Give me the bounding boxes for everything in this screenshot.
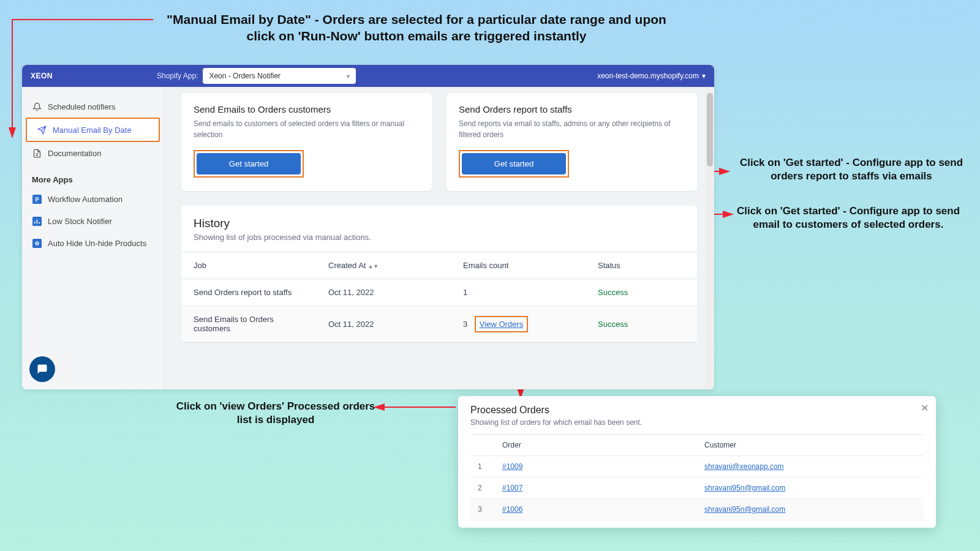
table-row: 2 #1007 shravani95n@gmail.com (470, 478, 924, 499)
highlight-box: Get started (194, 150, 304, 178)
history-title: History (194, 217, 685, 230)
workflow-icon (32, 194, 42, 204)
table-row: 1 #1009 shravani@xeonapp.com (470, 456, 924, 478)
store-switcher[interactable]: xeon-test-demo.myshopify.com ▾ (597, 72, 706, 80)
sidebar-item-label: Manual Email By Date (53, 126, 132, 135)
chevron-down-icon: ▾ (702, 72, 706, 80)
cell-created: Oct 11, 2022 (316, 306, 451, 342)
modal-title: Processed Orders (470, 405, 924, 416)
col-index (470, 435, 495, 456)
chat-widget[interactable] (29, 356, 55, 382)
app-picker[interactable]: Xeon - Orders Notifier ▾ (203, 68, 356, 84)
col-order: Order (495, 435, 697, 456)
cell-job: Send Emails to Orders customers (181, 306, 316, 342)
col-created[interactable]: Created At▲▼ (316, 252, 451, 279)
cell-created: Oct 11, 2022 (316, 279, 451, 306)
card-send-report-staffs: Send Orders report to staffs Send report… (447, 93, 697, 191)
eye-icon (32, 238, 42, 248)
sidebar-item-label: Documentation (48, 149, 101, 158)
sidebar-section-more: More Apps (22, 164, 164, 188)
cell-status: Success (586, 279, 697, 306)
cell-index: 2 (470, 478, 495, 499)
sidebar: Scheduled notifiers Manual Email By Date… (22, 87, 164, 389)
sidebar-item-label: Auto Hide Un-hide Products (48, 239, 146, 248)
chevron-down-icon: ▾ (347, 73, 350, 80)
send-icon (37, 125, 47, 135)
app-picker-label: Shopify App: (157, 72, 198, 80)
app-picker-value: Xeon - Orders Notifier (209, 72, 281, 80)
card-send-emails-customers: Send Emails to Orders customers Send ema… (181, 93, 432, 191)
table-row: Send Orders report to staffs Oct 11, 202… (181, 279, 697, 306)
brand: XEON (31, 72, 53, 80)
sidebar-item-label: Scheduled notifiers (48, 102, 116, 111)
annotation-top: "Manual Email by Date" - Orders are sele… (159, 11, 674, 45)
cell-status: Success (586, 306, 697, 342)
bell-icon (32, 102, 42, 111)
app-window: XEON Shopify App: Xeon - Orders Notifier… (22, 65, 714, 389)
cell-count: 3 View Orders (451, 306, 586, 342)
sidebar-item-autohide[interactable]: Auto Hide Un-hide Products (22, 232, 164, 254)
table-row: Send Emails to Orders customers Oct 11, … (181, 306, 697, 342)
card-title: Send Orders report to staffs (459, 104, 685, 114)
get-started-button-customers[interactable]: Get started (197, 153, 301, 174)
topbar: XEON Shopify App: Xeon - Orders Notifier… (22, 65, 714, 87)
history-table: Job Created At▲▼ Emails count Status Sen… (181, 252, 697, 342)
processed-orders-table: Order Customer 1 #1009 shravani@xeonapp.… (470, 434, 924, 520)
sidebar-item-workflow[interactable]: Workflow Automation (22, 188, 164, 210)
history-card: History Showing list of jobs processed v… (181, 206, 697, 342)
annotation-bottom: Click on 'view Orders' Processed orders … (172, 400, 380, 427)
annotation-right-1: Click on 'Get started' - Configure app t… (729, 156, 974, 183)
close-icon[interactable]: ✕ (921, 402, 929, 414)
col-job[interactable]: Job (181, 252, 316, 279)
document-icon (32, 148, 42, 158)
modal-subtitle: Showing list of orders for which email h… (470, 418, 924, 427)
main-content: Send Emails to Orders customers Send ema… (164, 87, 714, 389)
sidebar-item-lowstock[interactable]: Low Stock Notifier (22, 210, 164, 232)
customer-link[interactable]: shravani@xeonapp.com (704, 462, 784, 471)
order-link[interactable]: #1006 (502, 505, 522, 514)
sidebar-item-scheduled[interactable]: Scheduled notifiers (22, 96, 164, 118)
sidebar-item-label: Low Stock Notifier (48, 217, 112, 226)
col-customer: Customer (697, 435, 924, 456)
cell-job: Send Orders report to staffs (181, 279, 316, 306)
cell-index: 1 (470, 456, 495, 478)
cell-count: 1 (451, 279, 586, 306)
view-orders-link[interactable]: View Orders (480, 320, 523, 329)
chart-icon (32, 216, 42, 226)
card-title: Send Emails to Orders customers (194, 104, 420, 114)
scrollbar[interactable] (706, 87, 714, 389)
get-started-button-staffs[interactable]: Get started (462, 153, 566, 174)
table-row: 3 #1006 shravani95n@gmail.com (470, 499, 924, 520)
annotation-right-2: Click on 'Get started' - Configure app t… (735, 204, 962, 231)
col-status[interactable]: Status (586, 252, 697, 279)
sidebar-item-manual-email[interactable]: Manual Email By Date (26, 118, 160, 142)
highlight-box: Get started (459, 150, 569, 178)
customer-link[interactable]: shravani95n@gmail.com (704, 484, 785, 492)
order-link[interactable]: #1009 (502, 462, 522, 471)
customer-link[interactable]: shravani95n@gmail.com (704, 505, 785, 514)
processed-orders-modal: ✕ Processed Orders Showing list of order… (458, 396, 936, 528)
sort-icon: ▲▼ (368, 263, 379, 269)
history-subtitle: Showing list of jobs processed via manua… (194, 233, 685, 242)
sidebar-item-label: Workflow Automation (48, 195, 123, 204)
order-link[interactable]: #1007 (502, 484, 522, 492)
svg-point-4 (36, 242, 37, 244)
card-desc: Send reports via email to staffs, admins… (459, 118, 685, 140)
highlight-box: View Orders (475, 316, 528, 332)
col-emails[interactable]: Emails count (451, 252, 586, 279)
card-desc: Send emails to customers of selected ord… (194, 118, 420, 140)
arrow-left-modal (370, 401, 462, 413)
cell-index: 3 (470, 499, 495, 520)
sidebar-item-documentation[interactable]: Documentation (22, 142, 164, 164)
store-name: xeon-test-demo.myshopify.com (597, 72, 699, 80)
